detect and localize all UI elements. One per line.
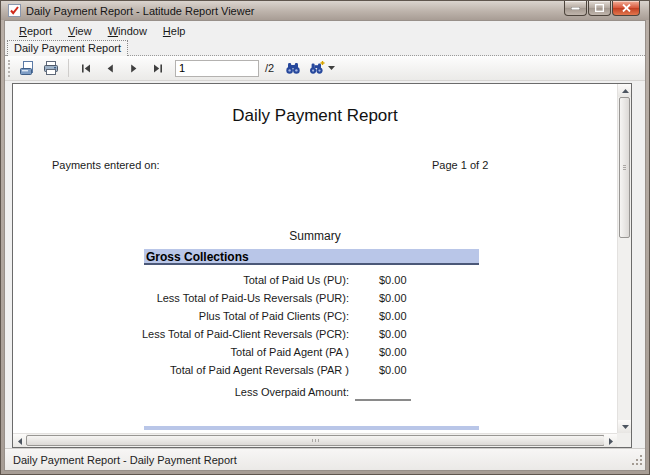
app-window: Daily Payment Report - Latitude Report V… — [0, 0, 650, 475]
minimize-button[interactable] — [564, 1, 587, 16]
row-value: $0.00 — [379, 364, 407, 376]
report-document-icon — [8, 4, 21, 17]
minimize-icon — [571, 7, 580, 10]
section-header-gross-collections: Gross Collections — [144, 249, 479, 265]
row-label: Less Total of Paid-Us Reversals (PUR): — [13, 292, 349, 304]
menu-window[interactable]: Window — [100, 23, 155, 39]
scroll-left-icon — [18, 438, 22, 445]
last-page-button[interactable] — [147, 58, 169, 79]
overpaid-label: Less Overpaid Amount: — [13, 386, 349, 398]
amount-underline — [355, 399, 411, 401]
maximize-button[interactable] — [588, 1, 611, 16]
payments-entered-on-label: Payments entered on: — [52, 159, 160, 171]
row-value: $0.00 — [379, 328, 407, 340]
thumb-grip — [623, 165, 626, 171]
table-row: Total of Paid Agent Reversals (PAR ) $0.… — [13, 364, 617, 382]
row-label: Total of Paid Us (PU): — [13, 274, 349, 286]
close-button[interactable] — [612, 1, 640, 16]
menu-bar: Report View Window Help — [5, 21, 645, 40]
horizontal-scrollbar[interactable] — [13, 433, 617, 447]
horizontal-scroll-thumb[interactable] — [26, 435, 605, 446]
scroll-up-icon — [622, 89, 629, 93]
page-setup-button[interactable] — [16, 58, 38, 79]
close-icon — [622, 4, 631, 12]
scroll-right-button[interactable] — [604, 434, 617, 448]
window-controls — [564, 1, 640, 16]
scroll-down-button[interactable] — [618, 420, 632, 433]
menu-help[interactable]: Help — [155, 23, 194, 39]
summary-heading: Summary — [13, 229, 617, 243]
dropdown-caret-icon — [328, 66, 335, 70]
page-indicator: Page 1 of 2 — [432, 159, 488, 171]
table-row: Total of Paid Agent (PA ) $0.00 — [13, 346, 617, 364]
row-value: $0.00 — [379, 346, 407, 358]
thumb-grip — [312, 439, 320, 442]
scroll-down-icon — [622, 425, 629, 429]
row-label: Total of Paid Agent Reversals (PAR ) — [13, 364, 349, 376]
page-setup-icon — [19, 60, 35, 76]
previous-page-icon — [104, 63, 116, 74]
next-page-icon — [128, 63, 140, 74]
find-button[interactable] — [282, 58, 304, 79]
table-row: Less Total of Paid-Us Reversals (PUR): $… — [13, 292, 617, 310]
status-bar: Daily Payment Report - Daily Payment Rep… — [5, 448, 645, 470]
menu-report[interactable]: Report — [11, 23, 60, 39]
report-page: Daily Payment Report Payments entered on… — [13, 84, 617, 433]
menu-view[interactable]: View — [60, 23, 100, 39]
find-icon — [285, 60, 301, 76]
scroll-right-icon — [609, 438, 613, 445]
previous-page-button[interactable] — [99, 58, 121, 79]
vertical-scrollbar[interactable] — [617, 84, 631, 433]
table-row: Total of Paid Us (PU): $0.00 — [13, 274, 617, 292]
window-title: Daily Payment Report - Latitude Report V… — [26, 5, 254, 17]
report-viewport: Daily Payment Report Payments entered on… — [12, 83, 632, 448]
tab-daily-payment-report[interactable]: Daily Payment Report — [7, 40, 128, 56]
vertical-scroll-thumb[interactable] — [619, 97, 630, 238]
last-page-icon — [152, 63, 164, 74]
row-label: Total of Paid Agent (PA ) — [13, 346, 349, 358]
find-next-icon — [309, 60, 325, 76]
status-text: Daily Payment Report - Daily Payment Rep… — [13, 454, 237, 466]
page-total-label: /2 — [265, 62, 274, 74]
table-row: Less Total of Paid-Client Reversals (PCR… — [13, 328, 617, 346]
find-next-button[interactable] — [306, 58, 338, 79]
next-section-bar-partial — [144, 426, 479, 430]
tab-strip: Daily Payment Report — [5, 40, 645, 56]
maximize-icon — [595, 4, 604, 12]
client-area: Report View Window Help Daily Payment Re… — [4, 20, 646, 471]
row-label: Less Total of Paid-Client Reversals (PCR… — [13, 328, 349, 340]
toolbar-grip[interactable] — [8, 60, 11, 77]
row-label: Plus Total of Paid Clients (PC): — [13, 310, 349, 322]
scroll-left-button[interactable] — [13, 434, 26, 448]
print-button[interactable] — [40, 58, 62, 79]
row-value: $0.00 — [379, 310, 407, 322]
toolbar: /2 — [5, 56, 645, 81]
title-bar: Daily Payment Report - Latitude Report V… — [1, 1, 649, 20]
first-page-button[interactable] — [75, 58, 97, 79]
table-row: Plus Total of Paid Clients (PC): $0.00 — [13, 310, 617, 328]
scroll-up-button[interactable] — [618, 84, 632, 97]
report-title: Daily Payment Report — [13, 106, 617, 126]
print-icon — [43, 60, 59, 76]
row-value: $0.00 — [379, 292, 407, 304]
first-page-icon — [80, 63, 92, 74]
toolbar-separator — [68, 59, 69, 77]
scrollbar-corner — [617, 433, 631, 447]
row-value: $0.00 — [379, 274, 407, 286]
next-page-button[interactable] — [123, 58, 145, 79]
resize-grip-icon[interactable] — [631, 454, 643, 468]
page-number-input[interactable] — [175, 60, 259, 77]
